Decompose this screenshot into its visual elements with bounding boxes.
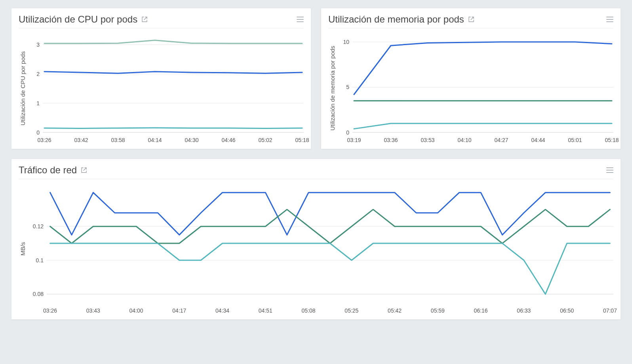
plot-area: 0.080.10.1203:2603:4304:0004:1704:3404:5…: [47, 182, 613, 316]
chart-mem: Utilización de memoria por pods 051003:1…: [328, 31, 613, 146]
x-tick-label: 06:16: [474, 307, 488, 314]
x-tick-label: 04:34: [215, 307, 229, 314]
panel-net: Tráfico de red MB/s 0.080.10.1203:2603:4…: [11, 159, 621, 320]
x-tick-label: 05:25: [345, 307, 358, 314]
y-tick-label: 0: [36, 129, 40, 136]
plot-area: 012303:2603:4203:5804:1404:3004:4605:020…: [43, 31, 304, 146]
external-link-icon[interactable]: [141, 16, 148, 23]
x-tick-label: 05:18: [605, 137, 619, 143]
x-tick-label: 03:26: [43, 307, 57, 314]
x-tick-label: 03:26: [37, 137, 51, 143]
x-tick-label: 03:19: [347, 137, 361, 143]
x-tick-label: 05:18: [295, 137, 309, 143]
x-tick-label: 05:08: [302, 307, 316, 314]
x-tick-label: 04:17: [172, 307, 186, 314]
y-axis-label: Utilización de CPU por pods: [19, 31, 27, 146]
x-tick-label: 04:30: [185, 137, 198, 143]
panel-title-cpu: Utilización de CPU por pods: [19, 14, 137, 25]
panel-cpu: Utilización de CPU por pods Utilización …: [11, 8, 311, 149]
y-tick-label: 0.08: [33, 291, 44, 297]
y-tick-label: 0.1: [36, 257, 44, 264]
x-tick-label: 04:46: [221, 137, 235, 143]
y-axis-label: MB/s: [19, 182, 27, 316]
x-tick-label: 05:02: [259, 137, 272, 143]
panel-title-wrap: Tráfico de red: [19, 165, 87, 176]
y-tick-label: 2: [36, 71, 40, 77]
x-tick-label: 05:01: [568, 137, 582, 143]
panel-title-wrap: Utilización de CPU por pods: [19, 14, 148, 25]
panel-header: Utilización de memoria por pods: [328, 14, 613, 28]
panel-header: Utilización de CPU por pods: [19, 14, 304, 28]
panel-menu-icon[interactable]: [297, 17, 304, 22]
external-link-icon[interactable]: [468, 16, 474, 23]
chart-cpu: Utilización de CPU por pods 012303:2603:…: [19, 31, 304, 146]
chart-net: MB/s 0.080.10.1203:2603:4304:0004:1704:3…: [19, 182, 613, 316]
x-tick-label: 05:42: [388, 307, 402, 314]
x-tick-label: 03:42: [74, 137, 88, 143]
plot-area: 051003:1903:3603:5304:1004:2704:4405:010…: [352, 31, 613, 146]
panel-menu-icon[interactable]: [606, 17, 613, 22]
x-tick-label: 06:33: [517, 307, 531, 314]
x-tick-label: 04:27: [494, 137, 508, 143]
y-tick-label: 0.12: [33, 223, 44, 229]
x-tick-label: 04:10: [457, 137, 471, 143]
external-link-icon[interactable]: [81, 167, 87, 173]
x-tick-label: 03:43: [86, 307, 100, 314]
panel-title-net: Tráfico de red: [19, 165, 77, 176]
x-tick-label: 06:50: [560, 307, 574, 314]
panel-menu-icon[interactable]: [606, 167, 613, 173]
x-tick-label: 04:14: [148, 137, 162, 143]
y-tick-label: 1: [36, 100, 40, 106]
y-tick-label: 3: [36, 42, 40, 48]
x-tick-label: 04:44: [531, 137, 545, 143]
panel-header: Tráfico de red: [19, 165, 613, 179]
x-tick-label: 07:07: [603, 307, 617, 314]
panel-title-mem: Utilización de memoria por pods: [328, 14, 464, 25]
panel-title-wrap: Utilización de memoria por pods: [328, 14, 474, 25]
y-axis-label: Utilización de memoria por pods: [328, 31, 337, 146]
x-tick-label: 03:58: [111, 137, 125, 143]
x-tick-label: 03:53: [421, 137, 434, 143]
panel-mem: Utilización de memoria por pods Utilizac…: [321, 8, 621, 149]
x-tick-label: 05:59: [431, 307, 445, 314]
x-tick-label: 04:00: [129, 307, 143, 314]
x-tick-label: 04:51: [259, 307, 272, 314]
y-tick-label: 5: [346, 84, 349, 90]
x-tick-label: 03:36: [384, 137, 398, 143]
y-tick-label: 10: [343, 39, 349, 45]
y-tick-label: 0: [346, 129, 349, 136]
